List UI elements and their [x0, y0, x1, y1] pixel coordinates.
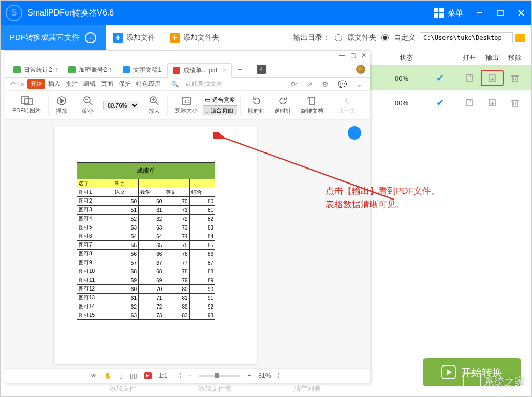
- tool-label: 播放: [56, 107, 67, 115]
- fit-page-button[interactable]: ▯适合页面: [203, 105, 237, 115]
- output-path-input[interactable]: [420, 32, 513, 43]
- maximize-button[interactable]: [490, 1, 511, 25]
- maximize-icon[interactable]: ▢: [350, 52, 356, 59]
- tool-label: PDF转图片: [12, 106, 41, 114]
- zoom-out-icon[interactable]: −: [188, 372, 191, 379]
- add-file-button[interactable]: + 添加文件: [106, 25, 162, 50]
- zoom-in-icon[interactable]: +: [247, 372, 251, 379]
- pdf-page: 成绩单 名字科目 图可1语文数学英文综合 图可250607080图可351617…: [54, 126, 257, 364]
- tool-rotate-doc[interactable]: 旋转文档: [297, 96, 328, 115]
- svg-rect-31: [309, 97, 315, 104]
- floating-action-icon[interactable]: [348, 126, 361, 140]
- col-open: 打开: [458, 53, 481, 63]
- viewer-canvas[interactable]: 成绩单 名字科目 图可1语文数学英文综合 图可250607080图可351617…: [5, 120, 370, 368]
- delete-button[interactable]: [504, 98, 526, 108]
- tab-count-badge[interactable]: 4: [257, 65, 267, 74]
- table-row: 图可351617181: [77, 206, 215, 215]
- undo-icon[interactable]: ↶: [8, 81, 18, 88]
- minimize-button[interactable]: [469, 1, 490, 25]
- hand-icon[interactable]: ✋: [104, 372, 112, 379]
- slideshow-icon[interactable]: [144, 372, 152, 379]
- viewer-toolbar: PDF转图片 播放 缩小 80.76% 放大 1:1实际大小 ▭适合宽度 ▯适合…: [5, 91, 370, 120]
- main-toolbar: PDF转换成其它文件 › + 添加文件 + 添加文件夹 输出目录： 原文件夹 自…: [1, 25, 531, 50]
- browse-folder-icon[interactable]: [515, 34, 525, 42]
- menu-start[interactable]: 开始: [27, 79, 45, 89]
- fullscreen-icon[interactable]: ⛶: [278, 372, 284, 379]
- tool-zoom-in[interactable]: 放大: [144, 96, 164, 115]
- output-button[interactable]: [481, 98, 504, 108]
- tool-label: 逆时针: [274, 107, 291, 115]
- tool-rotate-ccw[interactable]: 逆时针: [270, 96, 295, 115]
- gear-icon[interactable]: ⚙: [320, 80, 331, 88]
- radio-custom[interactable]: [381, 34, 389, 41]
- add-folder-button[interactable]: + 添加文件夹: [162, 25, 227, 50]
- one-to-one-icon[interactable]: 1:1: [159, 372, 168, 379]
- svg-line-24: [90, 102, 92, 105]
- add-file-label: 添加文件: [126, 33, 155, 42]
- close-icon[interactable]: ✕: [361, 52, 366, 59]
- table-row: 图可856667686: [77, 250, 215, 258]
- tool-label: 旋转文档: [301, 107, 323, 115]
- fit-icon[interactable]: ⛶: [174, 372, 181, 379]
- watermark-text: 系统之家: [484, 375, 525, 389]
- chat-icon[interactable]: 💬: [336, 80, 349, 88]
- menu-page[interactable]: 页面: [99, 80, 115, 88]
- table-title: 成绩单: [77, 163, 215, 179]
- fit-label: 适合宽度: [212, 96, 235, 104]
- viewer-statusbar: 👁 ✋ ▯ ▯▯ 1:1 ⛶ − + 81% ⛶: [5, 368, 370, 383]
- menu-insert[interactable]: 插入: [46, 80, 63, 88]
- radio-original[interactable]: [335, 34, 342, 41]
- output-dir-group: 输出目录： 原文件夹 自定义: [293, 33, 416, 42]
- menubar-right-icons: ⟳ ↗ ⚙ 💬 ⌄: [287, 80, 366, 88]
- single-page-icon[interactable]: ▯: [119, 372, 123, 379]
- radio-original-label: 原文件夹: [347, 33, 376, 42]
- share-icon[interactable]: ↗: [304, 80, 315, 88]
- search-icon: 🔍: [169, 81, 181, 88]
- search-field[interactable]: 🔍点此查找文本: [167, 80, 227, 88]
- tab-word-doc[interactable]: 文字文稿1: [117, 63, 167, 77]
- tab-encrypted[interactable]: 加密账号2⁝: [63, 63, 118, 77]
- table-row: 00% ✔: [368, 66, 531, 90]
- annotation-line: 表格数据清晰可见。: [326, 198, 440, 211]
- sync-icon[interactable]: ⟳: [289, 80, 299, 88]
- tool-play[interactable]: 播放: [52, 96, 71, 115]
- svg-rect-11: [466, 100, 472, 106]
- tab-scores-pdf[interactable]: 成绩单....pdf×: [167, 63, 232, 78]
- redo-icon[interactable]: »: [19, 81, 26, 88]
- close-button[interactable]: [511, 1, 531, 25]
- new-tab-button[interactable]: +: [232, 63, 248, 77]
- avatar-icon[interactable]: [356, 65, 365, 74]
- minimize-icon[interactable]: —: [339, 52, 345, 59]
- open-button[interactable]: [458, 73, 481, 83]
- menu-protect[interactable]: 保护: [116, 80, 133, 88]
- open-button[interactable]: [458, 98, 481, 108]
- menu-special[interactable]: 特色应用: [134, 80, 163, 88]
- double-page-icon[interactable]: ▯▯: [130, 372, 137, 379]
- mode-pdf-to-other[interactable]: PDF转换成其它文件 ›: [1, 25, 106, 50]
- menu-comment[interactable]: 批注: [64, 80, 80, 88]
- tool-rotate-cw[interactable]: 顺时针: [244, 96, 269, 115]
- table-row: 图可1159697989: [77, 276, 215, 285]
- chevron-down-icon[interactable]: ⌄: [354, 80, 364, 88]
- tool-zoom-out[interactable]: 缩小: [78, 96, 98, 115]
- delete-button[interactable]: [504, 73, 526, 83]
- svg-rect-14: [512, 101, 518, 106]
- tab-daily-stats[interactable]: 日常统计2⁝: [8, 63, 63, 77]
- file-icon: [123, 66, 130, 73]
- table-row: 图可250607080: [77, 197, 215, 206]
- svg-rect-18: [22, 97, 29, 104]
- eye-icon[interactable]: 👁: [91, 372, 97, 379]
- tool-actual-size[interactable]: 1:1实际大小: [171, 96, 202, 114]
- zoom-slider[interactable]: [199, 375, 240, 377]
- output-button[interactable]: [481, 70, 504, 86]
- close-tab-icon[interactable]: ×: [223, 67, 226, 74]
- tool-pdf-to-image[interactable]: PDF转图片: [8, 96, 45, 114]
- fit-width-icon: ▭: [205, 97, 210, 103]
- zoom-select[interactable]: 80.76%: [99, 101, 143, 110]
- search-placeholder: 点此查找文本: [183, 80, 225, 88]
- menu-button[interactable]: 菜单: [434, 8, 463, 18]
- tab-label: 文字文稿1: [133, 66, 161, 74]
- column-headers: 状态 打开 输出 移除: [368, 50, 531, 66]
- fit-width-button[interactable]: ▭适合宽度: [203, 96, 237, 104]
- menu-edit[interactable]: 编辑: [81, 80, 98, 88]
